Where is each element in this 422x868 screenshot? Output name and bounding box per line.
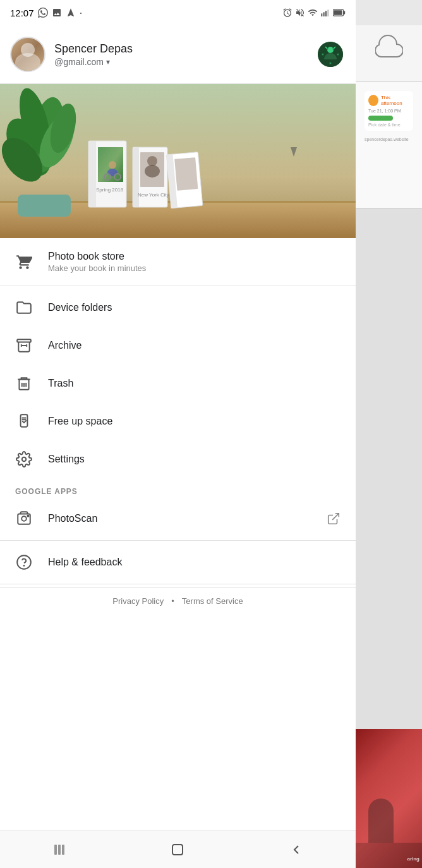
svg-rect-1 (323, 12, 325, 16)
profile-info: Spencer Depas @gmail.com ▾ (54, 42, 133, 66)
status-bar-left: 12:07 · (10, 6, 83, 20)
right-panel-photo: aring (356, 729, 422, 868)
whatsapp-icon (38, 8, 48, 18)
wifi-icon (308, 8, 318, 18)
menu-item-trash[interactable]: Trash (0, 365, 356, 402)
archive-icon (15, 337, 33, 354)
svg-point-41 (145, 165, 160, 178)
svg-point-15 (330, 63, 332, 64)
back-icon (289, 842, 304, 857)
google-account-avatar[interactable] (318, 42, 343, 67)
photobook-label: Photo book store (48, 251, 146, 262)
home-button[interactable] (159, 837, 196, 862)
right-panel-background: This afternoon Tue 21, 1:00 PM Pick date… (356, 0, 422, 868)
profile-section[interactable]: Spencer Depas @gmail.com ▾ (0, 25, 356, 84)
mute-icon (295, 8, 305, 18)
camera-scan-icon (15, 510, 33, 527)
svg-point-32 (109, 161, 116, 169)
right-panel-top-card (356, 0, 422, 82)
clock-display: 12:07 (10, 8, 34, 18)
recents-button[interactable] (40, 837, 78, 862)
trash-icon (15, 375, 33, 392)
menu-item-free-up-space[interactable]: Free up space (0, 402, 356, 440)
status-bar: 12:07 · (0, 0, 356, 25)
help-feedback-label: Help & feedback (48, 557, 122, 568)
svg-line-59 (332, 514, 339, 520)
battery-icon (333, 8, 346, 18)
svg-rect-47 (17, 339, 31, 342)
svg-rect-3 (327, 9, 329, 16)
photo-icon (52, 8, 62, 18)
profile-name: Spencer Depas (54, 42, 133, 56)
help-circle-icon (15, 553, 33, 571)
folder-icon (15, 299, 33, 316)
svg-rect-62 (54, 845, 57, 855)
external-link-icon (327, 512, 341, 526)
google-apps-header: GOOGLE APPS (0, 478, 356, 500)
photobook-info: Photo book store Make your book in minut… (48, 251, 146, 273)
menu-item-help-feedback[interactable]: Help & feedback (0, 543, 356, 581)
alarm-icon (282, 8, 292, 18)
cart-icon (15, 253, 33, 271)
archive-label: Archive (48, 340, 81, 351)
svg-rect-21 (18, 195, 71, 217)
privacy-policy-link[interactable]: Privacy Policy (112, 596, 164, 606)
menu-item-photoscan[interactable]: PhotoScan (0, 500, 356, 538)
menu-item-device-folders[interactable]: Device folders (0, 289, 356, 327)
menu-item-settings[interactable]: Settings (0, 440, 356, 478)
svg-rect-0 (321, 13, 322, 16)
divider-3 (0, 584, 356, 584)
svg-point-14 (337, 54, 339, 56)
navigation-bar (0, 830, 356, 868)
navigation-icon (66, 8, 76, 18)
back-button[interactable] (277, 837, 315, 862)
menu-item-photobook[interactable]: Photo book store Make your book in minut… (0, 238, 356, 283)
profile-left: Spencer Depas @gmail.com ▾ (10, 37, 133, 72)
photo-book-banner[interactable]: Spring 2018 New York City (0, 84, 356, 238)
svg-point-8 (327, 47, 334, 53)
free-up-space-label: Free up space (48, 416, 112, 427)
divider-2 (0, 540, 356, 541)
photoscan-label: PhotoScan (48, 513, 97, 524)
signal-icon (320, 8, 330, 18)
menu-item-archive[interactable]: Archive (0, 327, 356, 365)
svg-rect-38 (133, 147, 139, 207)
svg-rect-64 (62, 845, 64, 855)
footer-dot: • (171, 596, 174, 606)
svg-point-40 (147, 156, 157, 166)
svg-rect-65 (172, 845, 183, 855)
free-space-icon (15, 413, 33, 430)
navigation-drawer: 12:07 · (0, 0, 356, 868)
svg-point-58 (27, 515, 28, 517)
svg-rect-2 (325, 11, 327, 16)
home-icon (170, 842, 185, 857)
terms-of-service-link[interactable]: Terms of Service (182, 596, 243, 606)
svg-text:Spring 2018: Spring 2018 (96, 187, 124, 193)
svg-rect-45 (174, 157, 198, 191)
recents-icon (52, 842, 67, 857)
avatar (10, 37, 45, 72)
photobook-subtitle: Make your book in minutes (48, 263, 146, 273)
trash-label: Trash (48, 378, 73, 389)
settings-icon (15, 450, 33, 468)
settings-label: Settings (48, 454, 85, 465)
svg-rect-6 (334, 10, 342, 15)
cloud-icon (375, 34, 403, 58)
account-chevron[interactable]: ▾ (106, 57, 110, 66)
secondary-avatar (318, 42, 343, 67)
svg-text:New York City: New York City (138, 192, 169, 198)
footer-links: Privacy Policy • Terms of Service (0, 587, 356, 615)
divider-1 (0, 286, 356, 286)
svg-point-57 (21, 516, 27, 521)
device-folders-label: Device folders (48, 302, 112, 313)
status-bar-right (282, 8, 346, 18)
profile-email: @gmail.com ▾ (54, 57, 133, 67)
svg-rect-5 (344, 11, 346, 15)
svg-point-33 (107, 169, 118, 176)
svg-rect-29 (88, 141, 96, 207)
notification-dot: · (80, 6, 83, 20)
svg-point-55 (22, 457, 27, 462)
svg-rect-63 (58, 845, 61, 855)
svg-point-60 (17, 555, 31, 569)
svg-point-13 (322, 54, 324, 56)
